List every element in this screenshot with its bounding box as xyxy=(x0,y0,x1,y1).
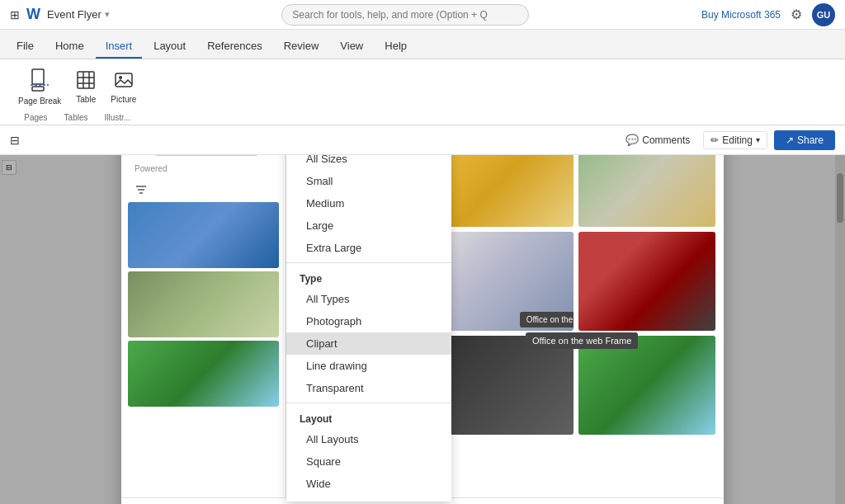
type-all-types[interactable]: All Types xyxy=(286,288,451,310)
avatar[interactable]: GU xyxy=(812,3,835,26)
picture-icon xyxy=(114,70,134,93)
modal-search-box[interactable] xyxy=(154,155,258,156)
type-line-drawing[interactable]: Line drawing xyxy=(286,355,451,377)
layout-all[interactable]: All Layouts xyxy=(286,428,451,450)
ribbon-group-pages: Page Break Table Picture Pages Tabl xyxy=(7,59,148,125)
online-pictures-modal: ✕ ← ✕ Powered xyxy=(121,155,724,504)
layout-section-label: Layout xyxy=(286,407,451,428)
svg-rect-3 xyxy=(78,72,94,88)
size-extra-large[interactable]: Extra Large xyxy=(286,237,451,259)
frame-tooltip: Office on the web Frame xyxy=(526,332,638,349)
ribbon-item-picture[interactable]: Picture xyxy=(106,67,141,107)
tables-group-label: Tables xyxy=(64,113,88,122)
pages-group-label: Pages xyxy=(24,113,47,122)
ribbon-content: Page Break Table Picture Pages Tabl xyxy=(0,59,845,125)
tab-insert[interactable]: Insert xyxy=(96,35,143,59)
comments-icon: 💬 xyxy=(625,134,639,146)
table-icon xyxy=(76,70,96,93)
titlebar: ⊞ W Event Flyer ▾ Buy Microsoft 365 ⚙ GU xyxy=(0,0,845,30)
comments-label: Comments xyxy=(642,134,690,146)
top-bar: ⊟ 💬 Comments ✏ Editing ▾ ↗ Share xyxy=(0,125,845,155)
sidebar-thumb-1[interactable] xyxy=(128,202,279,268)
type-photograph[interactable]: Photograph xyxy=(286,310,451,332)
sidebar-thumbnails xyxy=(121,202,286,488)
app-wrapper: ⊞ W Event Flyer ▾ Buy Microsoft 365 ⚙ GU… xyxy=(0,0,845,504)
buy-ms-link[interactable]: Buy Microsoft 365 xyxy=(701,9,781,21)
modal-powered-text: Powered xyxy=(121,163,286,180)
image-cell-5[interactable]: Office on the web Frame xyxy=(437,232,574,331)
tab-review[interactable]: Review xyxy=(274,35,329,59)
share-label: Share xyxy=(797,134,824,146)
tab-file[interactable]: File xyxy=(7,35,44,59)
layout-wide[interactable]: Wide xyxy=(286,473,451,495)
doc-name: Event Flyer ▾ xyxy=(47,8,110,21)
search-input[interactable] xyxy=(281,4,529,26)
svg-rect-0 xyxy=(32,69,44,84)
tab-layout[interactable]: Layout xyxy=(144,35,196,59)
image-tooltip: Office on the web Frame xyxy=(520,312,574,327)
apps-icon[interactable]: ⊞ xyxy=(10,8,20,21)
layout-square[interactable]: Square xyxy=(286,450,451,473)
word-icon: W xyxy=(26,6,40,23)
image-cell-2[interactable] xyxy=(437,155,574,227)
pagebreak-icon xyxy=(30,68,50,95)
filter-dropdown: Size All Sizes Small Medium Large Extra … xyxy=(286,155,451,497)
share-button[interactable]: ↗ Share xyxy=(774,130,835,150)
size-large[interactable]: Large xyxy=(286,214,451,237)
size-small[interactable]: Small xyxy=(286,170,451,192)
tab-view[interactable]: View xyxy=(330,35,373,59)
type-section-label: Type xyxy=(286,266,451,288)
comments-button[interactable]: 💬 Comments xyxy=(619,131,696,148)
settings-icon[interactable]: ⚙ xyxy=(791,7,802,22)
editing-chevron-icon: ▾ xyxy=(756,135,760,144)
modal-filter-button[interactable] xyxy=(121,180,286,202)
tab-references[interactable]: References xyxy=(197,35,271,59)
titlebar-right: Buy Microsoft 365 ⚙ GU xyxy=(701,3,835,26)
tab-help[interactable]: Help xyxy=(375,35,417,59)
modal-overlay: ✕ ← ✕ Powered xyxy=(0,155,845,504)
image-cell-6[interactable] xyxy=(578,232,715,331)
image-cell-9[interactable] xyxy=(578,336,715,435)
svg-rect-8 xyxy=(116,73,132,87)
ribbon-item-pagebreak[interactable]: Page Break xyxy=(13,65,66,109)
table-label: Table xyxy=(76,95,96,104)
type-transparent[interactable]: Transparent xyxy=(286,377,451,399)
share-icon: ↗ xyxy=(786,134,794,146)
modal-sidebar: ← ✕ Powered xyxy=(121,155,286,497)
ruler-icon[interactable]: ⊟ xyxy=(10,134,20,147)
sidebar-thumb-2[interactable] xyxy=(128,271,279,337)
top-bar-left: ⊟ xyxy=(10,134,20,147)
pagebreak-label: Page Break xyxy=(18,97,61,106)
illustrations-group-label: Illustr... xyxy=(104,113,130,122)
svg-point-9 xyxy=(119,76,122,79)
picture-label: Picture xyxy=(111,95,136,104)
main-content: ⊟ Onli ✕ ← xyxy=(0,155,845,504)
dropdown-divider-1 xyxy=(286,262,451,263)
dropdown-divider-2 xyxy=(286,403,451,403)
modal-sidebar-header: ← ✕ xyxy=(121,155,286,163)
image-cell-8[interactable] xyxy=(437,336,574,435)
editing-label: Editing xyxy=(722,134,753,146)
editing-button[interactable]: ✏ Editing ▾ xyxy=(703,131,767,149)
tab-home[interactable]: Home xyxy=(45,35,94,59)
top-bar-right: 💬 Comments ✏ Editing ▾ ↗ Share xyxy=(619,130,835,150)
sidebar-thumb-3[interactable] xyxy=(128,341,279,407)
size-all-sizes[interactable]: All Sizes xyxy=(286,155,451,170)
image-cell-3[interactable] xyxy=(578,155,715,227)
type-clipart[interactable]: Clipart xyxy=(286,332,451,355)
ribbon-tabs: File Home Insert Layout References Revie… xyxy=(0,30,845,59)
search-area xyxy=(116,4,695,26)
size-medium[interactable]: Medium xyxy=(286,192,451,214)
pencil-icon: ✏ xyxy=(710,134,719,146)
ribbon-item-table[interactable]: Table xyxy=(69,67,102,107)
modal-body: ← ✕ Powered xyxy=(121,155,724,497)
svg-rect-2 xyxy=(32,87,44,91)
